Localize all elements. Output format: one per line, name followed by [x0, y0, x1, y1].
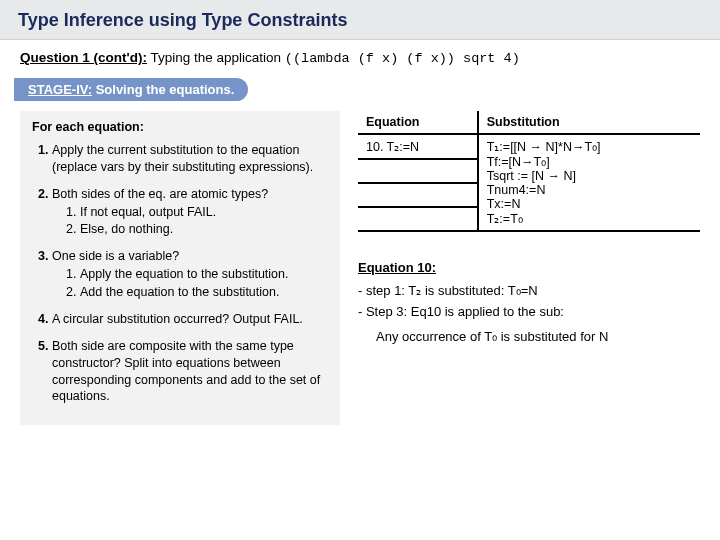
algo-substep: Apply the equation to the substitution.	[80, 266, 328, 283]
algorithm-panel: For each equation: Apply the current sub…	[20, 111, 340, 425]
stage-rest: Solving the equations.	[92, 82, 234, 97]
eq10-conclusion: Any occurrence of T₀ is substituted for …	[376, 329, 700, 344]
algo-step: Apply the current substitution to the eq…	[52, 142, 328, 176]
equation-cell: 10. T₂:=N	[358, 134, 478, 159]
algo-step: A circular substitution occurred? Output…	[52, 311, 328, 328]
algorithm-header: For each equation:	[32, 119, 328, 136]
equation-10-block: Equation 10: step 1: T₂ is substituted: …	[358, 260, 700, 344]
eq10-bullet: step 1: T₂ is substituted: T₀=N	[358, 283, 700, 298]
equation-cell-empty	[358, 159, 478, 183]
page-title: Type Inference using Type Constraints	[0, 0, 720, 40]
question-text: Typing the application	[150, 50, 281, 65]
algo-substep: Add the equation to the substitution.	[80, 284, 328, 301]
stage-prefix: STAGE-IV:	[28, 82, 92, 97]
equation-10-heading: Equation 10:	[358, 260, 436, 275]
subst-line: Tsqrt := [N → N]	[487, 169, 692, 183]
equation-cell-empty	[358, 183, 478, 207]
question-label: Question 1 (cont'd):	[20, 50, 147, 65]
subst-line: Tnum4:=N	[487, 183, 692, 197]
equation-cell-empty	[358, 207, 478, 231]
algo-substep: Else, do nothing.	[80, 221, 328, 238]
algo-substep: If not equal, output FAIL.	[80, 204, 328, 221]
eq10-bullet: Step 3: Eq10 is applied to the sub:	[358, 304, 700, 319]
question-code: ((lambda (f x) (f x)) sqrt 4)	[285, 51, 520, 66]
subst-line: T₁:=[[N → N]*N→T₀]	[487, 139, 692, 154]
subst-line: T₂:=T₀	[487, 211, 692, 226]
algorithm-list: Apply the current substitution to the eq…	[32, 142, 328, 405]
stage-badge: STAGE-IV: Solving the equations.	[14, 78, 248, 101]
subst-line: Tx:=N	[487, 197, 692, 211]
equation-table: Equation Substitution 10. T₂:=N T₁:=[[N …	[358, 111, 700, 232]
algo-step: Both side are composite with the same ty…	[52, 338, 328, 406]
substitution-cell: T₁:=[[N → N]*N→T₀] Tf:=[N→T₀] Tsqrt := […	[478, 134, 700, 231]
algo-step: Both sides of the eq. are atomic types? …	[52, 186, 328, 239]
subst-line: Tf:=[N→T₀]	[487, 154, 692, 169]
question-line: Question 1 (cont'd): Typing the applicat…	[0, 40, 720, 78]
algo-step: One side is a variable? Apply the equati…	[52, 248, 328, 301]
table-header-substitution: Substitution	[478, 111, 700, 134]
table-header-equation: Equation	[358, 111, 478, 134]
